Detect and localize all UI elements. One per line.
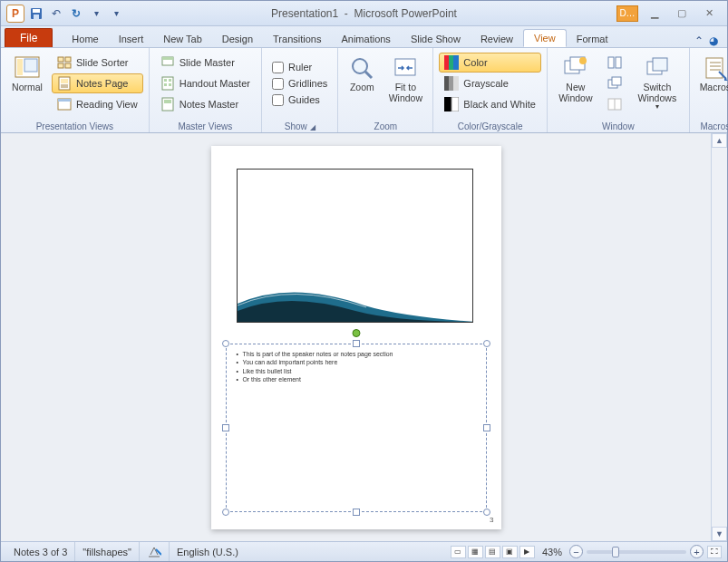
cascade-button[interactable] bbox=[602, 73, 627, 93]
normal-view-icon bbox=[15, 55, 40, 81]
blackwhite-icon bbox=[444, 97, 459, 111]
group-color: Color Grayscale Black and White Color/Gr… bbox=[433, 48, 547, 132]
tab-insert[interactable]: Insert bbox=[109, 31, 154, 47]
resize-handle[interactable] bbox=[353, 340, 360, 347]
tab-design[interactable]: Design bbox=[212, 31, 263, 47]
gridlines-checkbox[interactable]: Gridlines bbox=[267, 76, 332, 92]
scroll-down-button[interactable]: ▼ bbox=[712, 527, 727, 541]
handout-master-button[interactable]: Handout Master bbox=[155, 73, 256, 93]
fit-window-icon bbox=[393, 55, 418, 81]
close-button[interactable]: ✕ bbox=[698, 6, 720, 21]
guides-checkbox[interactable]: Guides bbox=[267, 92, 332, 108]
resize-handle[interactable] bbox=[483, 424, 490, 431]
tab-home[interactable]: Home bbox=[62, 31, 108, 47]
fit-zoom-button[interactable]: ⛶ bbox=[707, 546, 722, 558]
move-split-button[interactable] bbox=[602, 94, 627, 114]
ruler-checkbox[interactable]: Ruler bbox=[267, 60, 332, 75]
page-number: 3 bbox=[490, 516, 493, 524]
notes-view-shortcut[interactable]: ▤ bbox=[485, 546, 500, 558]
fit-window-button[interactable]: Fit to Window bbox=[383, 51, 427, 116]
magnifier-icon bbox=[349, 55, 374, 81]
canvas[interactable]: This is part of the speaker notes or not… bbox=[1, 133, 711, 541]
normal-button[interactable]: Normal bbox=[6, 51, 48, 116]
resize-handle[interactable] bbox=[483, 509, 490, 516]
zoom-value[interactable]: 43% bbox=[539, 547, 566, 557]
svg-rect-1 bbox=[33, 9, 40, 13]
group-label: Zoom bbox=[344, 120, 427, 131]
title-bar: P ↶ ↻ ▾ ▾ Presentation1 - Microsoft Powe… bbox=[1, 1, 727, 26]
tab-review[interactable]: Review bbox=[471, 31, 523, 47]
tab-view[interactable]: View bbox=[523, 29, 567, 47]
notes-master-button[interactable]: Notes Master bbox=[155, 94, 256, 114]
status-spellcheck[interactable] bbox=[140, 542, 170, 561]
view-shortcuts: ▭ ▦ ▤ ▣ ▶ bbox=[451, 546, 535, 558]
zoom-slider[interactable] bbox=[587, 550, 686, 554]
tab-slideshow[interactable]: Slide Show bbox=[401, 31, 471, 47]
save-button[interactable] bbox=[28, 5, 44, 22]
notes-page-button[interactable]: Notes Page bbox=[52, 73, 143, 93]
minimize-ribbon-icon[interactable]: ⌃ bbox=[694, 34, 704, 47]
cascade-icon bbox=[607, 76, 622, 91]
grayscale-button[interactable]: Grayscale bbox=[439, 73, 540, 93]
redo-button[interactable]: ↻ bbox=[68, 5, 84, 22]
slide-master-button[interactable]: Slide Master bbox=[155, 53, 256, 73]
group-zoom: Zoom Fit to Window Zoom bbox=[338, 48, 433, 132]
tab-animations[interactable]: Animations bbox=[331, 31, 400, 47]
maximize-button[interactable]: ▢ bbox=[671, 6, 693, 21]
grayscale-icon bbox=[444, 76, 459, 91]
svg-rect-21 bbox=[164, 83, 167, 86]
svg-rect-17 bbox=[162, 57, 173, 60]
notes-text[interactable]: This is part of the speaker notes or not… bbox=[227, 344, 486, 389]
svg-rect-35 bbox=[451, 97, 459, 111]
zoom-in-button[interactable]: + bbox=[690, 545, 704, 558]
qat-more-icon1[interactable]: ▾ bbox=[88, 5, 104, 22]
list-item: Like this bullet list bbox=[237, 367, 476, 375]
slideshow-shortcut[interactable]: ▶ bbox=[519, 546, 535, 558]
group-label: Color/Grayscale bbox=[439, 120, 540, 131]
slide-master-icon bbox=[160, 55, 175, 70]
undo-button[interactable]: ↶ bbox=[48, 5, 64, 22]
zoom-button[interactable]: Zoom bbox=[344, 51, 380, 116]
status-theme: "fillshapes" bbox=[75, 542, 140, 561]
reading-view-shortcut[interactable]: ▣ bbox=[502, 546, 518, 558]
split-icon bbox=[607, 97, 622, 111]
tab-transitions[interactable]: Transitions bbox=[263, 31, 331, 47]
resize-handle[interactable] bbox=[222, 509, 229, 516]
qat-more-icon2[interactable]: ▾ bbox=[108, 5, 124, 22]
svg-rect-5 bbox=[24, 59, 37, 72]
reading-view-button[interactable]: Reading View bbox=[52, 94, 143, 114]
resize-handle[interactable] bbox=[483, 340, 490, 347]
resize-handle[interactable] bbox=[222, 424, 229, 431]
switch-windows-button[interactable]: Switch Windows ▾ bbox=[631, 51, 684, 116]
color-button[interactable]: Color bbox=[439, 53, 540, 73]
normal-view-shortcut[interactable]: ▭ bbox=[451, 546, 466, 558]
slide-sorter-button[interactable]: Slide Sorter bbox=[52, 53, 143, 73]
svg-rect-34 bbox=[444, 97, 451, 111]
vertical-scrollbar[interactable]: ▲ ▼ bbox=[711, 133, 727, 541]
svg-rect-27 bbox=[395, 59, 415, 75]
file-tab[interactable]: File bbox=[5, 28, 53, 47]
slide-swoosh-graphic bbox=[238, 278, 472, 322]
macros-button[interactable]: Macros bbox=[695, 51, 728, 116]
rotation-handle[interactable] bbox=[352, 329, 360, 337]
sorter-view-shortcut[interactable]: ▦ bbox=[468, 546, 483, 558]
resize-handle[interactable] bbox=[353, 509, 360, 516]
tab-newtab[interactable]: New Tab bbox=[153, 31, 212, 47]
tab-format[interactable]: Format bbox=[567, 31, 618, 47]
switch-windows-icon bbox=[645, 55, 670, 81]
notes-placeholder[interactable]: This is part of the speaker notes or not… bbox=[226, 344, 487, 512]
resize-handle[interactable] bbox=[222, 340, 229, 347]
zoom-out-button[interactable]: − bbox=[569, 545, 583, 558]
blackwhite-button[interactable]: Black and White bbox=[439, 94, 540, 114]
svg-rect-42 bbox=[612, 77, 621, 85]
scroll-up-button[interactable]: ▲ bbox=[712, 133, 727, 148]
slide-thumbnail[interactable] bbox=[237, 169, 473, 323]
zoom-slider-thumb[interactable] bbox=[612, 547, 619, 557]
minimize-button[interactable]: ▁ bbox=[644, 6, 665, 21]
help-icon[interactable]: ◕ bbox=[709, 34, 718, 47]
status-language[interactable]: English (U.S.) bbox=[170, 542, 246, 561]
svg-rect-2 bbox=[34, 15, 39, 19]
arrange-all-button[interactable] bbox=[602, 53, 627, 73]
new-window-button[interactable]: New Window bbox=[553, 51, 598, 116]
context-tab-label[interactable]: D… bbox=[616, 5, 638, 22]
